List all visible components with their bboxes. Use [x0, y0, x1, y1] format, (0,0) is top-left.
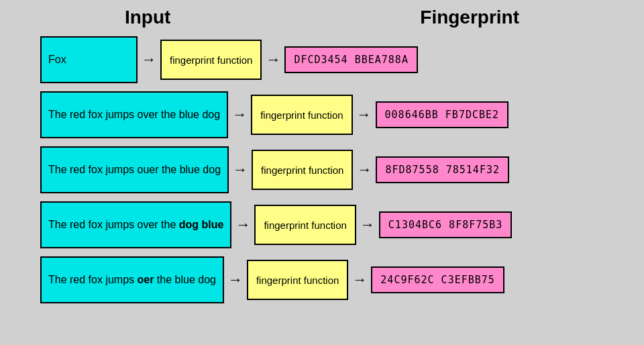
input-box-5: The red fox jumps oer the blue dog [40, 256, 224, 303]
arrow-out-5: → [352, 271, 367, 289]
input-header: Input [125, 7, 170, 28]
row-1: Fox → fingerprint function → DFCD3454 BB… [40, 32, 604, 87]
input-text-5: The red fox jumps oer the blue dog [48, 273, 216, 287]
func-box-2: fingerprint function [251, 95, 352, 135]
output-box-5: 24C9F62C C3EFBB75 [371, 266, 504, 293]
input-box-3: The red fox jumps ouer the blue dog [40, 146, 229, 193]
row-3: The red fox jumps ouer the blue dog → fi… [40, 142, 604, 197]
arrow-3: → [233, 161, 248, 179]
input-text-2: The red fox jumps over the blue dog [48, 107, 220, 122]
arrow-out-4: → [360, 216, 375, 234]
arrow-out-1: → [266, 51, 280, 68]
output-text-4: C1304BC6 8F8F75B3 [388, 219, 503, 231]
func-box-1: fingerprint function [160, 40, 262, 80]
fingerprint-header: Fingerprint [420, 7, 519, 28]
input-bold-4: dog blue [179, 219, 224, 230]
input-box-2: The red fox jumps over the blue dog [40, 91, 228, 138]
func-box-3: fingerprint function [252, 150, 353, 190]
func-box-5: fingerprint function [247, 260, 348, 300]
output-text-1: DFCD3454 BBEA788A [294, 54, 409, 66]
input-text-4: The red fox jumps over the dog blue [48, 217, 223, 232]
arrow-1: → [142, 51, 156, 68]
arrow-out-3: → [357, 161, 372, 179]
func-label-2: fingerprint function [260, 108, 343, 122]
output-box-2: 008646BB FB7DCBE2 [376, 101, 509, 128]
row-4: The red fox jumps over the dog blue → fi… [40, 197, 604, 252]
arrow-5: → [228, 271, 243, 289]
func-label-1: fingerprint function [170, 53, 252, 67]
output-box-1: DFCD3454 BBEA788A [284, 46, 418, 73]
output-text-5: 24C9F62C C3EFBB75 [380, 274, 495, 286]
input-text-1: Fox [48, 52, 66, 67]
output-text-2: 008646BB FB7DCBE2 [385, 109, 500, 121]
input-box-1: Fox [40, 36, 138, 83]
arrow-4: → [235, 216, 250, 234]
output-box-3: 8FD87558 78514F32 [376, 156, 509, 183]
func-label-4: fingerprint function [264, 218, 346, 232]
input-text-3: The red fox jumps ouer the blue dog [48, 162, 221, 177]
arrow-2: → [232, 106, 247, 124]
row-2: The red fox jumps over the blue dog → fi… [40, 87, 604, 142]
rows-container: Fox → fingerprint function → DFCD3454 BB… [0, 32, 644, 307]
func-label-3: fingerprint function [261, 163, 343, 177]
func-box-4: fingerprint function [254, 205, 356, 245]
arrow-out-2: → [357, 106, 372, 124]
row-5: The red fox jumps oer the blue dog → fin… [40, 252, 604, 307]
input-bold-5: oer [138, 274, 154, 285]
input-box-4: The red fox jumps over the dog blue [40, 201, 231, 248]
output-box-4: C1304BC6 8F8F75B3 [379, 211, 513, 238]
func-label-5: fingerprint function [256, 273, 339, 287]
output-text-3: 8FD87558 78514F32 [385, 164, 500, 176]
